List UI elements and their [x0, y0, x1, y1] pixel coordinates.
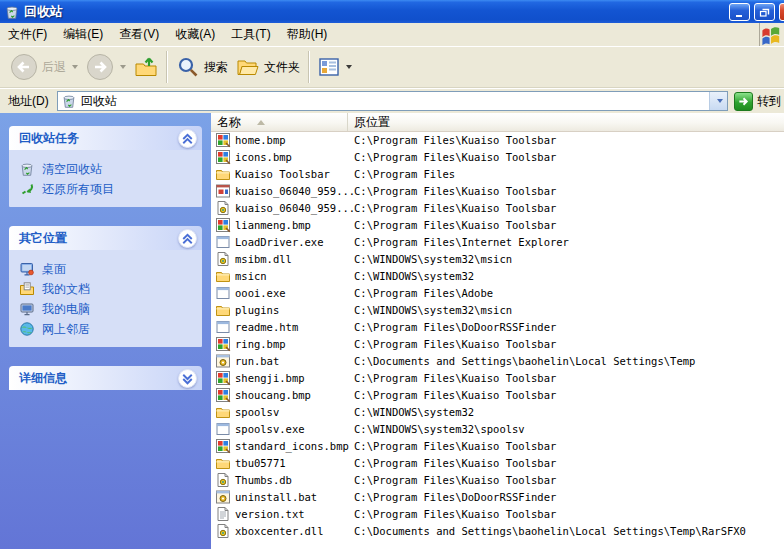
panel-collapse-button[interactable]: [178, 229, 197, 248]
file-name: Thumbs.db: [235, 474, 348, 486]
panel-collapse-button[interactable]: [178, 129, 197, 148]
media-window-icon: [215, 183, 231, 199]
app-window-icon: [215, 285, 231, 301]
file-row[interactable]: lianmeng.bmpC:\Program Files\Kuaiso Tool…: [211, 216, 784, 233]
file-original-location: C:\Documents and Settings\baohelin\Local…: [348, 525, 746, 537]
sort-ascending-icon: [257, 120, 265, 125]
file-row[interactable]: msicnC:\WINDOWS\system32: [211, 267, 784, 284]
file-row[interactable]: pluginsC:\WINDOWS\system32\msicn: [211, 301, 784, 318]
file-row[interactable]: kuaiso_06040_959...C:\Program Files\Kuai…: [211, 182, 784, 199]
file-name: lianmeng.bmp: [235, 219, 348, 231]
file-original-location: C:\Program Files\Kuaiso Toolsbar: [348, 185, 556, 197]
file-original-location: C:\Program Files\Kuaiso Toolsbar: [348, 202, 556, 214]
folders-button[interactable]: 文件夹: [232, 53, 304, 81]
search-icon: [176, 55, 200, 79]
bat-gear-icon: [215, 353, 231, 369]
file-name: shengji.bmp: [235, 372, 348, 384]
file-original-location: C:\Program Files\DoDoorRSSFinder: [348, 491, 556, 503]
file-name: shoucang.bmp: [235, 389, 348, 401]
search-button[interactable]: 搜索: [172, 53, 232, 81]
views-dropdown-caret-icon[interactable]: [346, 65, 352, 69]
sidebar-item[interactable]: 桌面: [19, 259, 198, 279]
sidebar-item[interactable]: 我的电脑: [19, 299, 198, 319]
sidebar-item[interactable]: 网上邻居: [19, 319, 198, 339]
file-row[interactable]: LoadDriver.exeC:\Program Files\Internet …: [211, 233, 784, 250]
file-row[interactable]: ring.bmpC:\Program Files\Kuaiso Toolsbar: [211, 335, 784, 352]
forward-button[interactable]: [82, 51, 130, 83]
forward-arrow-icon: [86, 53, 114, 81]
file-row[interactable]: xboxcenter.dllC:\Documents and Settings\…: [211, 522, 784, 539]
file-row[interactable]: Kuaiso ToolsbarC:\Program Files: [211, 165, 784, 182]
up-button[interactable]: [130, 53, 162, 81]
back-dropdown-caret-icon[interactable]: [72, 65, 78, 69]
menu-item[interactable]: 文件(F): [0, 23, 55, 46]
menu-item[interactable]: 查看(V): [111, 23, 167, 46]
file-row[interactable]: home.bmpC:\Program Files\Kuaiso Toolsbar: [211, 131, 784, 148]
file-original-location: C:\Program Files\Kuaiso Toolsbar: [348, 134, 556, 146]
go-button[interactable]: 转到: [734, 92, 781, 111]
recycle-bin-icon: [4, 4, 20, 20]
menu-item[interactable]: 帮助(H): [279, 23, 336, 46]
menu-item[interactable]: 收藏(A): [167, 23, 223, 46]
menu-item[interactable]: 编辑(E): [55, 23, 111, 46]
file-row[interactable]: run.batC:\Documents and Settings\baoheli…: [211, 352, 784, 369]
file-name: home.bmp: [235, 134, 348, 146]
file-original-location: C:\Program Files\Kuaiso Toolsbar: [348, 372, 556, 384]
title-bar[interactable]: 回收站: [0, 0, 784, 23]
folder-icon: [215, 404, 231, 420]
task-panel-body: 清空回收站还原所有项目: [9, 150, 202, 207]
sidebar-item[interactable]: 还原所有项目: [19, 179, 198, 199]
column-header-name[interactable]: 名称: [211, 113, 348, 131]
empty-recycle-bin-icon: [19, 161, 35, 177]
close-button[interactable]: [779, 3, 784, 21]
bmp-image-icon: [215, 387, 231, 403]
task-panel-header[interactable]: 回收站任务: [9, 126, 202, 150]
file-row[interactable]: icons.bmpC:\Program Files\Kuaiso Toolsba…: [211, 148, 784, 165]
file-row[interactable]: oooi.exeC:\Program Files\Adobe: [211, 284, 784, 301]
menu-item[interactable]: 工具(T): [223, 23, 278, 46]
views-button[interactable]: [314, 54, 356, 80]
forward-dropdown-caret-icon[interactable]: [120, 65, 126, 69]
file-row[interactable]: standard_icons.bmpC:\Program Files\Kuais…: [211, 437, 784, 454]
address-combobox[interactable]: 回收站: [57, 91, 728, 111]
task-panel-title: 回收站任务: [19, 130, 178, 147]
sidebar-item[interactable]: 我的文档: [19, 279, 198, 299]
windows-flag-icon: [760, 23, 784, 47]
file-original-location: C:\WINDOWS\system32\msicn: [348, 253, 512, 265]
restore-button[interactable]: [754, 3, 775, 21]
panel-collapse-button[interactable]: [178, 369, 197, 388]
file-row[interactable]: version.txtC:\Program Files\Kuaiso Tools…: [211, 505, 784, 522]
file-original-location: C:\Program Files\Kuaiso Toolsbar: [348, 474, 556, 486]
task-panel-header[interactable]: 其它位置: [9, 226, 202, 250]
file-row[interactable]: spoolsv.exeC:\WINDOWS\system32\spoolsv: [211, 420, 784, 437]
address-dropdown-button[interactable]: [709, 92, 727, 110]
column-header-original-location[interactable]: 原位置: [348, 113, 784, 131]
file-name: msicn: [235, 270, 348, 282]
back-label: 后退: [42, 59, 66, 76]
file-row[interactable]: shengji.bmpC:\Program Files\Kuaiso Tools…: [211, 369, 784, 386]
file-row[interactable]: readme.htmC:\Program Files\DoDoorRSSFind…: [211, 318, 784, 335]
chevron-up-icon: [179, 130, 196, 147]
file-original-location: C:\Program Files\DoDoorRSSFinder: [348, 321, 556, 333]
dll-gear-icon: [215, 523, 231, 539]
dll-gear-icon: [215, 200, 231, 216]
file-row[interactable]: kuaiso_06040_959...C:\Program Files\Kuai…: [211, 199, 784, 216]
file-row[interactable]: shoucang.bmpC:\Program Files\Kuaiso Tool…: [211, 386, 784, 403]
file-row[interactable]: spoolsvC:\WINDOWS\system32: [211, 403, 784, 420]
file-row[interactable]: Thumbs.dbC:\Program Files\Kuaiso Toolsba…: [211, 471, 784, 488]
file-name: standard_icons.bmp: [235, 440, 348, 452]
task-panel-header[interactable]: 详细信息: [9, 366, 202, 390]
desktop-icon: [19, 261, 35, 277]
bat-gear-icon: [215, 489, 231, 505]
back-arrow-icon: [10, 53, 38, 81]
dll-gear-icon: [215, 472, 231, 488]
file-row[interactable]: tbu05771C:\Program Files\Kuaiso Toolsbar: [211, 454, 784, 471]
back-button[interactable]: 后退: [6, 51, 82, 83]
file-row[interactable]: uninstall.batC:\Program Files\DoDoorRSSF…: [211, 488, 784, 505]
file-name: readme.htm: [235, 321, 348, 333]
minimize-button[interactable]: [729, 3, 750, 21]
file-original-location: C:\Program Files\Kuaiso Toolsbar: [348, 457, 556, 469]
recycle-bin-window: 回收站 文件(F)编辑(E)查看(V)收藏(A)工具(T)帮助(H) 后退: [0, 0, 784, 549]
file-row[interactable]: msibm.dllC:\WINDOWS\system32\msicn: [211, 250, 784, 267]
sidebar-item[interactable]: 清空回收站: [19, 159, 198, 179]
